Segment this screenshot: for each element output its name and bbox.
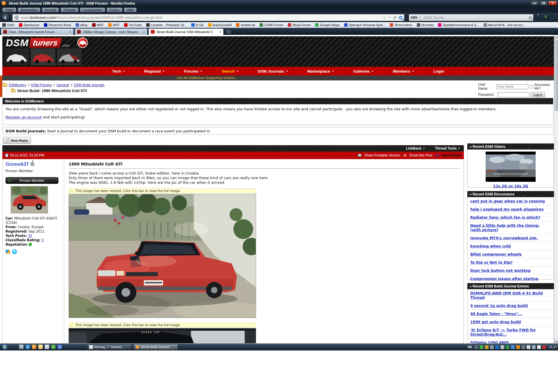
firefox-icon[interactable] bbox=[32, 345, 36, 349]
username-field[interactable] bbox=[496, 84, 528, 89]
breadcrumb-build-journals[interactable]: DSM Build Journals bbox=[74, 83, 104, 87]
discussion-link[interactable]: help i unpluged my spark plugwires bbox=[468, 205, 554, 213]
search-engine-label[interactable]: GMX bbox=[411, 16, 417, 19]
bookmark-novertis[interactable]: Novertis bbox=[417, 23, 434, 27]
url-dropdown-icon[interactable] bbox=[389, 17, 391, 19]
scroll-down-button[interactable] bbox=[554, 339, 558, 344]
show-desktop-icon[interactable] bbox=[19, 345, 24, 349]
action-center-flag-icon[interactable] bbox=[537, 345, 541, 349]
bookmark-mobile-de[interactable]: mobile.de bbox=[236, 23, 255, 27]
discussion-link[interactable]: knocking when cold bbox=[468, 242, 554, 250]
reload-icon[interactable]: ⟳ bbox=[393, 15, 397, 20]
discussion-link[interactable]: Radiator fans: which fan is which? bbox=[468, 213, 554, 222]
menu-chronik[interactable]: Chronik bbox=[60, 8, 78, 12]
bookmark-rsa[interactable]: R.SA bbox=[191, 23, 204, 27]
volume-icon[interactable] bbox=[527, 345, 530, 349]
nav-tech[interactable]: Tech▼ bbox=[103, 69, 135, 73]
close-button[interactable]: × bbox=[548, 1, 557, 6]
discussion-link[interactable]: To Dip or Not to Dip? bbox=[468, 258, 554, 267]
tab-close-icon[interactable]: × bbox=[69, 30, 71, 34]
search-magnifier-icon[interactable] bbox=[529, 16, 532, 19]
network-icon[interactable] bbox=[532, 345, 536, 349]
bookmark-google-maps[interactable]: Google Maps bbox=[315, 23, 339, 27]
internet-explorer-icon[interactable] bbox=[26, 345, 30, 349]
search-engine-dropdown-icon[interactable] bbox=[419, 17, 421, 19]
new-reply-button[interactable]: New Reply bbox=[3, 137, 31, 144]
tray-monitor-icon[interactable] bbox=[490, 345, 494, 349]
password-field[interactable] bbox=[498, 92, 530, 97]
tab-mirage-cyborg[interactable]: 1988er Mirage Cyborg - User Showro... × bbox=[75, 28, 147, 35]
author-link[interactable]: Gizmo63T bbox=[6, 161, 29, 167]
menu-lesezeichen[interactable]: Lesezeichen bbox=[80, 8, 105, 12]
bookmark-terrorcabrio[interactable]: Terrorcabrio bbox=[390, 23, 412, 27]
nav-members[interactable]: Members▼ bbox=[383, 69, 424, 73]
bluetooth-icon[interactable] bbox=[495, 345, 499, 349]
menu-hilfe[interactable]: Hilfe bbox=[124, 8, 137, 12]
image-resized-bar[interactable]: ⚠ This image has been resized. Click thi… bbox=[69, 188, 256, 193]
bookmark-zx9r[interactable]: ZX9R Forum bbox=[260, 23, 283, 27]
journal-link[interactable]: '9! Eclipse N/T -> Turbo FWD for Street/… bbox=[468, 326, 554, 339]
tray-clamp-icon[interactable] bbox=[485, 345, 489, 349]
nav-marketplace[interactable]: Marketplace▼ bbox=[298, 69, 344, 73]
minimize-button[interactable] bbox=[530, 1, 539, 6]
discussion-link[interactable]: Compression issues after startup bbox=[468, 275, 554, 283]
email-post-link[interactable]: Email this Post bbox=[409, 153, 432, 157]
tech-posts-link[interactable]: 35 bbox=[28, 234, 32, 238]
journal-link[interactable]: DSM4LIFE-AWD JDM GSR-4 91 Build Thread bbox=[468, 289, 554, 302]
bookmark-youtube[interactable]: YouTube bbox=[124, 23, 142, 27]
tray-green-status-icon[interactable] bbox=[480, 345, 483, 349]
discussion-link[interactable]: Billet compressor wheels bbox=[468, 250, 554, 258]
permalink-text[interactable]: (permalink) bbox=[442, 153, 461, 157]
tray-magnifier-icon[interactable] bbox=[500, 345, 504, 349]
bookmark-landser[interactable]: Landser - Polacken Ta... bbox=[146, 23, 187, 27]
bookmark-sparkasse[interactable]: Sparkasse bbox=[19, 23, 39, 27]
classifieds-rating-link[interactable]: 3 bbox=[42, 238, 44, 242]
nav-login[interactable]: Login bbox=[424, 69, 454, 73]
show-printable-link[interactable]: Show Printable Version bbox=[364, 153, 400, 157]
menu-datei[interactable]: Datei bbox=[2, 8, 16, 12]
taskbar-item-notepad[interactable]: Montag, 7. Oktober... bbox=[87, 344, 131, 350]
journal-link[interactable]: 1999 gst auto drag build bbox=[468, 318, 554, 326]
discussion-link[interactable]: cant put in gear when car is running bbox=[468, 197, 554, 205]
toolbar-dropdown-icon[interactable] bbox=[537, 15, 539, 21]
maximize-button[interactable] bbox=[539, 1, 548, 6]
bookmark-deutsche-bank[interactable]: Deutsche Bank bbox=[44, 23, 71, 27]
search-bar[interactable]: GMX GMX Suche bbox=[409, 14, 534, 21]
hidden-icons-chevron[interactable] bbox=[474, 345, 478, 349]
tray-camera-icon[interactable] bbox=[521, 345, 525, 349]
dsmtuners-logo[interactable]: DSM tuners .com bbox=[6, 37, 69, 48]
start-button[interactable] bbox=[2, 344, 8, 350]
bookmark-about-afn[interactable]: About AFN - 4x4 acces... bbox=[484, 23, 525, 27]
image-resized-bar[interactable]: ⚠ This image has been resized. Click thi… bbox=[69, 323, 256, 328]
supporting-vendors-link[interactable]: See All DSMtuners Supporting Vendors bbox=[177, 76, 235, 80]
bookmark-mff[interactable]: MFF bbox=[108, 23, 120, 27]
nav-forums[interactable]: Forums▼ bbox=[174, 69, 212, 73]
skype-icon[interactable]: S bbox=[12, 249, 17, 254]
download-icon[interactable]: ⬇ bbox=[544, 15, 547, 19]
antivirus-shield-icon[interactable] bbox=[506, 345, 509, 349]
msn-messenger-icon[interactable] bbox=[5, 249, 10, 254]
bookmark-autoscout24[interactable]: AutoScout24 bbox=[208, 23, 232, 27]
clock[interactable]: 21:17 bbox=[549, 345, 557, 349]
register-link[interactable]: Register an account bbox=[6, 115, 42, 119]
post-number-link[interactable]: #1 bbox=[435, 153, 439, 157]
breadcrumb-general[interactable]: General bbox=[57, 83, 69, 87]
menu-ansicht[interactable]: Ansicht bbox=[42, 8, 59, 12]
bookmark-ninja-forum[interactable]: Ninja-Forum bbox=[288, 23, 311, 27]
bookmark-msf[interactable]: MSF bbox=[92, 23, 104, 27]
language-indicator[interactable]: DE bbox=[468, 345, 472, 349]
scrollbar-thumb[interactable] bbox=[555, 40, 558, 111]
tray-red-status-icon[interactable] bbox=[542, 345, 546, 349]
explorer-folder-icon[interactable] bbox=[38, 345, 43, 349]
taskbar-item-firefox[interactable]: Street Build Journal ... bbox=[134, 344, 178, 350]
scroll-up-button[interactable] bbox=[554, 35, 558, 39]
menu-extras[interactable]: Extras bbox=[107, 8, 122, 12]
discussion-link[interactable]: Door lock button not working bbox=[468, 267, 554, 275]
journal-link[interactable]: 98 Eagle Talon - "Onyx"... bbox=[468, 310, 554, 318]
nav-galleries[interactable]: Galleries▼ bbox=[344, 69, 383, 73]
bookmark-star-icon[interactable]: ☆ bbox=[382, 15, 386, 20]
new-tab-button[interactable]: + bbox=[225, 29, 232, 35]
breadcrumb-dsm-forums[interactable]: DSM Forums bbox=[31, 83, 52, 87]
thread-tools-menu[interactable]: Thread Tools▼ bbox=[435, 146, 460, 150]
login-button[interactable]: Log in bbox=[531, 92, 545, 97]
